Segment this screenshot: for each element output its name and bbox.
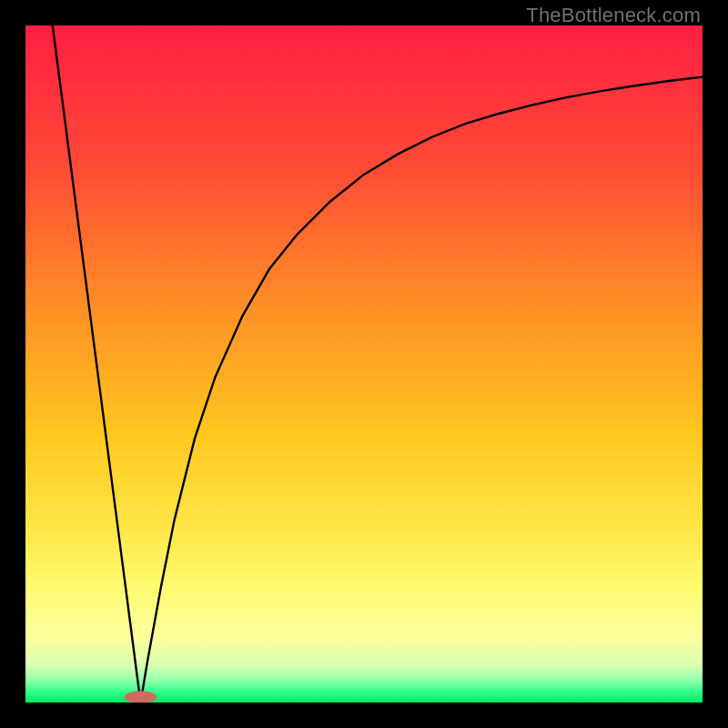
plot-area: [25, 25, 703, 703]
chart-frame: TheBottleneck.com: [0, 0, 728, 728]
chart-svg: [25, 25, 703, 703]
watermark-text: TheBottleneck.com: [526, 4, 701, 27]
